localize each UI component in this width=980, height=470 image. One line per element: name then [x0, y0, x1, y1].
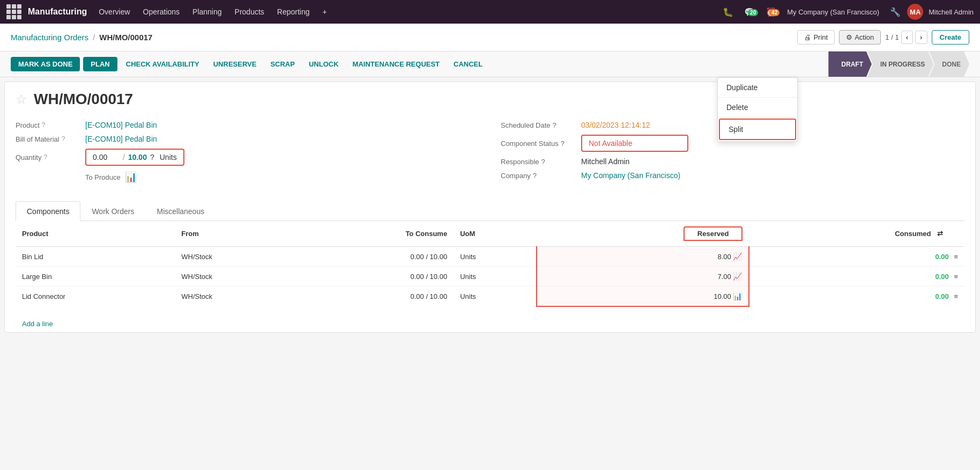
bom-help-icon: ?: [62, 135, 65, 143]
responsible-label: Responsible ?: [501, 158, 581, 166]
breadcrumb-bar: Manufacturing Orders / WH/MO/00017 🖨 Pri…: [0, 24, 980, 52]
chat-icon[interactable]: 💬20: [740, 7, 759, 17]
responsible-value: Mitchell Admin: [581, 157, 629, 166]
quantity-separator: /: [123, 153, 125, 161]
row1-to-consume: 0.00 / 10.00: [299, 247, 454, 267]
to-produce-row: To Produce 📊: [16, 171, 479, 183]
create-button[interactable]: Create: [932, 30, 969, 45]
component-status-box: Not Available: [581, 135, 688, 152]
col-header-consumed: Consumed ⇄: [749, 221, 964, 247]
responsible-row: Responsible ? Mitchell Admin: [501, 157, 964, 166]
col-header-uom: UoM: [454, 221, 537, 247]
unreserve-button[interactable]: UNRESERVE: [208, 57, 262, 71]
trend-icon-red: 📈: [733, 252, 742, 261]
col-header-to-consume: To Consume: [299, 221, 454, 247]
plan-button[interactable]: PLAN: [83, 57, 117, 71]
company-label: Company ?: [501, 172, 581, 180]
menu-delete[interactable]: Delete: [718, 98, 797, 117]
components-table: Product From To Consume UoM Reserved Con…: [16, 221, 964, 307]
check-availability-button[interactable]: CHECK AVAILABILITY: [121, 57, 205, 71]
top-navigation: Manufacturing Overview Operations Planni…: [0, 0, 980, 24]
bom-field-row: Bill of Material ? [E-COM10] Pedal Bin: [16, 135, 479, 143]
table-row: Bin Lid WH/Stock 0.00 / 10.00 Units 8.00…: [16, 247, 964, 267]
pager-next[interactable]: ›: [915, 31, 927, 44]
settings-icon[interactable]: 🔧: [886, 7, 905, 17]
activity-badge: 42: [769, 9, 779, 16]
quantity-box: / 10.00 ? Units: [85, 149, 184, 166]
breadcrumb-parent[interactable]: Manufacturing Orders: [11, 33, 88, 42]
row3-product: Lid Connector: [16, 287, 175, 307]
nav-planning[interactable]: Planning: [187, 0, 227, 24]
nav-products[interactable]: Products: [229, 0, 270, 24]
action-bar: MARK AS DONE PLAN CHECK AVAILABILITY UNR…: [0, 52, 980, 77]
menu-split[interactable]: Split: [719, 119, 796, 140]
company-row: Company ? My Company (San Francisco): [501, 171, 964, 180]
cancel-button[interactable]: CANCEL: [448, 57, 488, 71]
favorite-star-icon[interactable]: ☆: [16, 92, 27, 107]
scheduled-date-label: Scheduled Date ?: [501, 121, 581, 129]
maintenance-request-button[interactable]: MAINTENANCE REQUEST: [347, 57, 446, 71]
list-icon[interactable]: ≡: [954, 292, 958, 300]
row3-to-consume: 0.00 / 10.00: [299, 287, 454, 307]
scheduled-date-value: 03/02/2023 12:14:12: [581, 121, 650, 129]
tab-work-orders[interactable]: Work Orders: [80, 201, 145, 221]
responsible-help-icon: ?: [541, 158, 545, 166]
col-header-product: Product: [16, 221, 175, 247]
gear-icon: ⚙: [846, 33, 852, 41]
row2-product: Large Bin: [16, 267, 175, 287]
row1-reserved: 8.00 📈: [537, 247, 749, 267]
debug-icon[interactable]: 🐛: [718, 7, 738, 17]
to-produce-text: To Produce: [85, 173, 121, 181]
table-row: Lid Connector WH/Stock 0.00 / 10.00 Unit…: [16, 287, 964, 307]
adjust-icon[interactable]: ⇄: [937, 230, 943, 238]
print-button[interactable]: 🖨 Print: [797, 30, 835, 45]
breadcrumb-separator: /: [93, 33, 95, 42]
chart-icon[interactable]: 📊: [125, 171, 137, 183]
activity-icon[interactable]: ⏰42: [761, 7, 781, 17]
bom-label: Bill of Material ?: [16, 135, 85, 143]
row1-from: WH/Stock: [175, 247, 299, 267]
nav-overview[interactable]: Overview: [93, 0, 135, 24]
action-button[interactable]: ⚙ Action: [839, 30, 881, 45]
menu-duplicate[interactable]: Duplicate: [718, 78, 797, 97]
pager: 1 / 1 ‹ ›: [885, 31, 927, 44]
nav-add[interactable]: +: [317, 0, 332, 24]
quantity-uom-value: Units: [160, 153, 177, 161]
tabs-bar: Components Work Orders Miscellaneous: [16, 201, 964, 221]
form-title: WH/MO/00017: [34, 91, 133, 108]
mark-as-done-button[interactable]: MARK AS DONE: [11, 57, 80, 71]
pager-prev[interactable]: ‹: [901, 31, 913, 44]
list-icon[interactable]: ≡: [954, 273, 958, 281]
quantity-done-input[interactable]: [93, 153, 120, 161]
product-value[interactable]: [E-COM10] Pedal Bin: [85, 121, 157, 129]
list-icon[interactable]: ≡: [954, 253, 958, 261]
status-pipeline: DRAFT IN PROGRESS DONE: [828, 52, 969, 77]
nav-operations[interactable]: Operations: [138, 0, 185, 24]
add-line-link[interactable]: Add a line: [16, 315, 60, 332]
app-name: Manufacturing: [28, 7, 87, 17]
status-draft: DRAFT: [828, 52, 872, 77]
tab-components[interactable]: Components: [16, 201, 80, 221]
col-header-reserved: Reserved: [537, 221, 749, 247]
product-label: Product ?: [16, 121, 85, 129]
app-grid-icon[interactable]: [6, 4, 21, 19]
product-field-row: Product ? [E-COM10] Pedal Bin: [16, 121, 479, 129]
status-in-progress: IN PROGRESS: [867, 52, 933, 77]
company-help-icon: ?: [533, 172, 537, 180]
tab-miscellaneous[interactable]: Miscellaneous: [145, 201, 216, 221]
table-row: Large Bin WH/Stock 0.00 / 10.00 Units 7.…: [16, 267, 964, 287]
row2-to-consume: 0.00 / 10.00: [299, 267, 454, 287]
trend-icon-teal: 📊: [733, 292, 742, 300]
component-status-label: Component Status ?: [501, 139, 581, 148]
bom-value[interactable]: [E-COM10] Pedal Bin: [85, 135, 157, 143]
row2-from: WH/Stock: [175, 267, 299, 287]
nav-reporting[interactable]: Reporting: [272, 0, 315, 24]
chat-badge: 20: [748, 9, 758, 16]
row2-reserved: 7.00 📈: [537, 267, 749, 287]
row2-uom: Units: [454, 267, 537, 287]
company-value[interactable]: My Company (San Francisco): [581, 171, 680, 180]
row2-consumed: 0.00 ≡: [749, 267, 964, 287]
unlock-button[interactable]: UNLOCK: [303, 57, 344, 71]
scrap-button[interactable]: SCRAP: [265, 57, 300, 71]
quantity-help-icon: ?: [43, 153, 47, 161]
